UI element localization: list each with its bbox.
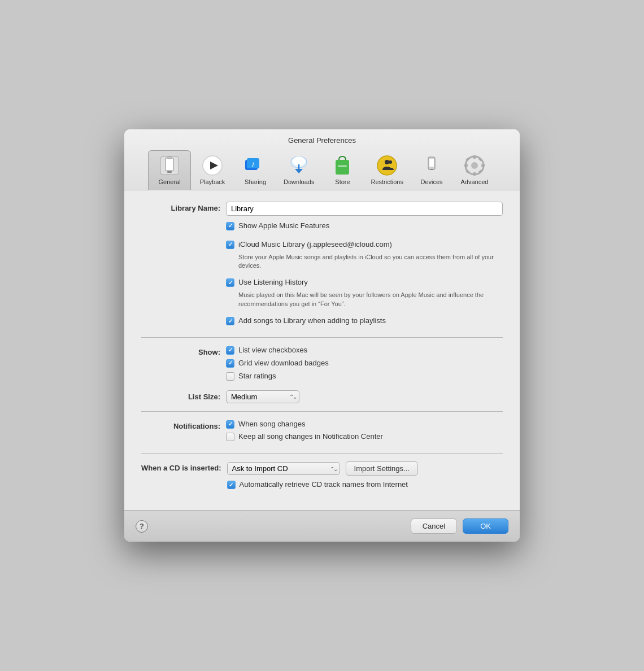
- svg-point-16: [385, 160, 389, 164]
- library-name-label: Library Name:: [141, 202, 226, 212]
- cd-controls: Ask to Import CD Import CD Import CD and…: [227, 461, 503, 493]
- list-size-controls: Small Medium Large: [226, 390, 503, 403]
- svg-point-15: [377, 156, 397, 175]
- library-name-row: Library Name:: [141, 202, 503, 216]
- list-size-label: List Size:: [141, 390, 226, 401]
- tab-sharing-label: Sharing: [245, 178, 266, 185]
- when-song-changes-label: When song changes: [238, 420, 306, 429]
- help-button[interactable]: ?: [136, 520, 148, 533]
- when-song-changes-checkbox[interactable]: ✓: [226, 420, 234, 429]
- listening-history-checkbox[interactable]: ✓: [226, 278, 234, 287]
- tab-advanced[interactable]: Advanced: [453, 151, 496, 190]
- tab-sharing[interactable]: ♪ Sharing: [234, 151, 277, 190]
- cd-select-row: Ask to Import CD Import CD Import CD and…: [227, 461, 503, 476]
- star-ratings-checkbox[interactable]: [226, 372, 234, 381]
- footer-buttons: Cancel OK: [411, 518, 508, 534]
- tab-store[interactable]: Store: [321, 151, 364, 190]
- toolbar: General Playback ♪: [124, 150, 520, 190]
- devices-icon: [420, 154, 443, 177]
- keep-all-changes-checkbox-row: Keep all song changes in Notification Ce…: [226, 432, 503, 442]
- apple-music-row: ✓ Show Apple Music Features: [141, 221, 503, 234]
- svg-rect-13: [336, 160, 349, 175]
- grid-view-label: Grid view download badges: [238, 359, 329, 368]
- svg-rect-14: [338, 165, 347, 167]
- spacer-label-1: [141, 221, 226, 224]
- grid-view-checkbox[interactable]: ✓: [226, 359, 234, 368]
- tab-downloads[interactable]: Downloads: [277, 151, 321, 190]
- svg-rect-26: [481, 164, 485, 167]
- notifications-label: Notifications:: [141, 420, 226, 430]
- sharing-icon: ♪: [244, 154, 267, 177]
- divider-2: [141, 411, 503, 412]
- apple-music-controls: ✓ Show Apple Music Features: [226, 221, 503, 234]
- grid-view-checkbox-row: ✓ Grid view download badges: [226, 359, 503, 368]
- divider-3: [141, 453, 503, 454]
- add-to-library-row: ✓ Add songs to Library when adding to pl…: [141, 316, 503, 329]
- notifications-controls: ✓ When song changes Keep all song change…: [226, 420, 503, 446]
- tab-devices-label: Devices: [420, 178, 442, 185]
- show-apple-music-checkbox-row: ✓ Show Apple Music Features: [226, 221, 503, 231]
- cd-action-select[interactable]: Ask to Import CD Import CD Import CD and…: [227, 462, 340, 475]
- tab-general[interactable]: General: [148, 150, 191, 190]
- tab-store-label: Store: [335, 178, 350, 185]
- tab-devices[interactable]: Devices: [410, 151, 453, 190]
- import-settings-button[interactable]: Import Settings...: [346, 461, 418, 476]
- svg-rect-1: [166, 158, 173, 171]
- tab-playback[interactable]: Playback: [191, 151, 234, 190]
- keep-all-changes-label: Keep all song changes in Notification Ce…: [238, 432, 383, 442]
- listening-history-description: Music played on this Mac will be seen by…: [238, 291, 503, 308]
- spacer-label-3: [141, 278, 226, 280]
- svg-rect-19: [429, 159, 434, 167]
- cd-label: When a CD is inserted:: [141, 461, 227, 472]
- auto-retrieve-checkbox[interactable]: ✓: [227, 481, 236, 489]
- listening-history-controls: ✓ Use Listening History Music played on …: [226, 278, 503, 311]
- show-apple-music-checkbox[interactable]: ✓: [226, 222, 234, 230]
- add-to-library-checkbox[interactable]: ✓: [226, 317, 234, 325]
- show-controls: ✓ List view checkboxes ✓ Grid view downl…: [226, 346, 503, 385]
- svg-rect-20: [430, 169, 433, 170]
- tab-general-label: General: [158, 178, 180, 185]
- list-view-checkbox-row: ✓ List view checkboxes: [226, 346, 503, 355]
- svg-marker-12: [295, 169, 303, 173]
- keep-all-changes-checkbox[interactable]: [226, 433, 234, 441]
- window-title: General Preferences: [124, 136, 520, 145]
- divider-1: [141, 337, 503, 338]
- tab-playback-label: Playback: [200, 178, 225, 185]
- svg-point-22: [471, 162, 478, 169]
- icloud-controls: ✓ iCloud Music Library (j.appleseed@iclo…: [226, 240, 503, 273]
- list-view-label: List view checkboxes: [238, 346, 307, 355]
- spacer-label-2: [141, 240, 226, 242]
- svg-rect-2: [168, 156, 171, 159]
- listening-history-label: Use Listening History: [238, 278, 308, 287]
- add-to-library-label: Add songs to Library when adding to play…: [238, 316, 386, 326]
- listening-history-checkbox-row: ✓ Use Listening History: [226, 278, 503, 287]
- star-ratings-label: Star ratings: [238, 372, 276, 381]
- footer: ? Cancel OK: [124, 510, 520, 542]
- icloud-music-checkbox[interactable]: ✓: [226, 241, 234, 249]
- list-size-select[interactable]: Small Medium Large: [226, 390, 299, 403]
- list-size-select-wrapper: Small Medium Large: [226, 390, 299, 403]
- svg-rect-23: [473, 155, 476, 159]
- tab-advanced-label: Advanced: [460, 178, 488, 185]
- downloads-icon: [288, 154, 310, 177]
- icloud-music-description: Store your Apple Music songs and playlis…: [238, 253, 503, 271]
- cd-select-wrapper: Ask to Import CD Import CD Import CD and…: [227, 462, 340, 475]
- star-ratings-checkbox-row: Star ratings: [226, 372, 503, 381]
- auto-retrieve-label: Automatically retrieve CD track names fr…: [240, 480, 408, 490]
- svg-rect-25: [464, 164, 468, 167]
- cancel-button[interactable]: Cancel: [411, 518, 457, 534]
- title-bar: General Preferences General: [124, 129, 520, 190]
- library-name-controls: [226, 202, 503, 216]
- show-apple-music-label: Show Apple Music Features: [238, 221, 329, 231]
- restrictions-icon: [376, 154, 398, 177]
- add-to-library-checkbox-row: ✓ Add songs to Library when adding to pl…: [226, 316, 503, 326]
- tab-restrictions[interactable]: Restrictions: [364, 151, 410, 190]
- library-name-input[interactable]: [226, 202, 503, 216]
- list-view-checkbox[interactable]: ✓: [226, 346, 234, 355]
- auto-retrieve-checkbox-row: ✓ Automatically retrieve CD track names …: [227, 480, 503, 490]
- tab-restrictions-label: Restrictions: [371, 178, 403, 185]
- ok-button[interactable]: OK: [463, 518, 508, 534]
- spacer-label-4: [141, 316, 226, 319]
- svg-point-17: [389, 160, 392, 164]
- list-size-row: List Size: Small Medium Large: [141, 390, 503, 403]
